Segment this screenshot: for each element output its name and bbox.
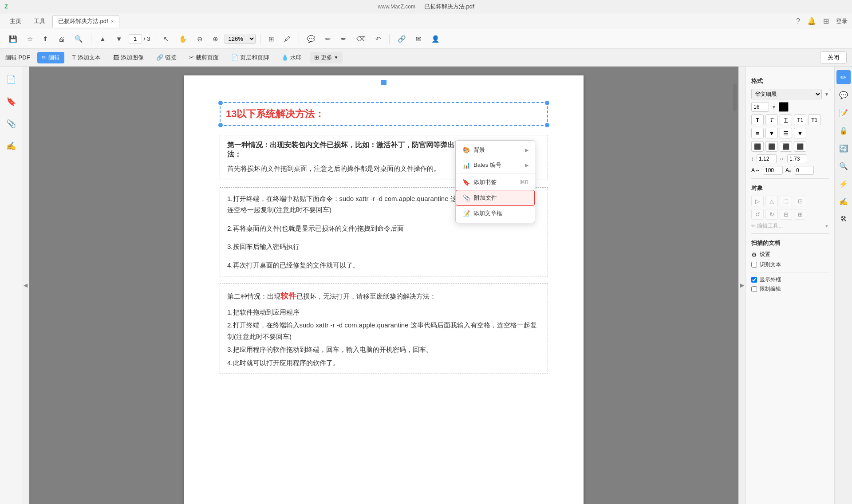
recognize-text-checkbox[interactable]	[751, 262, 757, 268]
save-button[interactable]: 💾	[5, 33, 21, 45]
color-picker[interactable]	[779, 102, 789, 112]
right-icon-comment[interactable]: 💬	[836, 88, 851, 102]
print-button[interactable]: 🖨	[55, 33, 68, 44]
dropdown-bookmark-item[interactable]: 🔖 添加书签 ⌘B	[456, 175, 535, 190]
char-offset-input[interactable]	[794, 166, 814, 175]
handle-tr[interactable]	[545, 101, 549, 105]
edit-toolbar: 编辑 PDF ✏ 编辑 T 添加文本 🖼 添加图像 🔗 链接 ✂ 裁剪页面 📄 …	[0, 49, 852, 67]
right-icon-ocr[interactable]: 🔍	[836, 159, 851, 173]
highlight-button[interactable]: ✒	[337, 33, 350, 45]
obj-redo-btn[interactable]: ↻	[765, 209, 778, 220]
right-icon-fill[interactable]: 📝	[836, 106, 851, 120]
limit-edit-checkbox[interactable]	[751, 286, 757, 292]
more-button[interactable]: ⊞ 更多 ▼	[310, 52, 343, 63]
char-spacing-input[interactable]	[763, 166, 783, 175]
add-text-button[interactable]: T 添加文本	[68, 52, 105, 63]
font-family-select[interactable]: 华文细黑	[751, 89, 822, 99]
sidebar-pages-icon[interactable]: 📄	[4, 72, 19, 87]
collapse-left-button[interactable]: ◀	[22, 67, 29, 504]
crop-page-button[interactable]: ✂ 裁剪页面	[185, 52, 223, 63]
dropdown-chapter-item[interactable]: 📝 添加文章框	[456, 206, 535, 221]
main-toolbar: 💾 ☆ ⬆ 🖨 🔍 ▲ ▼ / 3 ↖ ✋ ⊖ ⊕ 126% 100% 75% …	[0, 29, 852, 49]
handle-bl[interactable]	[218, 123, 223, 127]
tab-home[interactable]: 主页	[4, 16, 27, 27]
tab-close-button[interactable]: ×	[111, 19, 114, 24]
obj-btn5[interactable]: ⊟	[780, 209, 792, 220]
bullet-list-down-button[interactable]: ▼	[765, 128, 778, 138]
section3-step1: 1.把软件拖动到应用程序	[227, 307, 540, 318]
comment-button[interactable]: 💬	[304, 33, 319, 45]
watermark-button[interactable]: 💧 水印	[277, 52, 306, 63]
sidebar-bookmark-icon[interactable]: 🔖	[4, 94, 19, 109]
link-button[interactable]: 🔗 链接	[152, 52, 181, 63]
zoom-in-button[interactable]: ⊕	[209, 33, 222, 45]
dropdown-attach-item[interactable]: 📎 附加文件	[456, 190, 535, 206]
zoom-out-button[interactable]: ⊖	[193, 33, 206, 45]
search-button[interactable]: 🔍	[71, 33, 87, 45]
show-border-checkbox[interactable]	[751, 277, 757, 283]
obj-btn2[interactable]: △	[765, 196, 778, 206]
number-list-down-button[interactable]: ▼	[794, 128, 806, 138]
font-size-input[interactable]	[751, 102, 769, 112]
bell-icon[interactable]: 🔔	[807, 17, 816, 25]
right-icon-convert[interactable]: 🔄	[836, 141, 851, 155]
right-icon-tools[interactable]: 🛠	[836, 212, 851, 226]
page-layer-button[interactable]: 📄 页层和页脚	[227, 52, 273, 63]
eraser-button[interactable]: ⌫	[353, 33, 369, 45]
stamp-button[interactable]: 🖊	[280, 33, 294, 44]
italic-button[interactable]: T	[765, 114, 778, 125]
right-icon-sign[interactable]: ✍	[836, 194, 851, 209]
user-button[interactable]: 👤	[428, 33, 443, 45]
pen-button[interactable]: ✏	[322, 33, 335, 45]
add-image-button[interactable]: 🖼 添加图像	[109, 52, 148, 63]
underline-button[interactable]: T	[780, 114, 792, 125]
align-left-button[interactable]: ⬛	[751, 141, 764, 152]
upload-button[interactable]: ⬆	[39, 33, 52, 45]
line-spacing1-input[interactable]	[757, 154, 777, 163]
page-input[interactable]	[129, 34, 142, 43]
bold-button[interactable]: T	[751, 114, 764, 125]
obj-btn3[interactable]: ⬚	[780, 196, 792, 206]
pdf-viewer[interactable]: 13以下系统解决方法： 第一种情况：出现安装包内文件已损坏，比如：激活补丁，防官…	[29, 67, 738, 504]
align-center-button[interactable]: ⬛	[765, 141, 778, 152]
link-edit-button[interactable]: 🔗	[394, 33, 410, 45]
right-icon-protect[interactable]: 🔒	[836, 123, 851, 138]
main-area: 📄 🔖 📎 ✍ ◀ 13以下系统解决方法： 第一种情况：出现安装包内文	[0, 67, 852, 504]
number-list-button[interactable]: ☰	[780, 128, 792, 138]
page-next-button[interactable]: ▼	[112, 33, 126, 44]
bookmark-button[interactable]: ☆	[24, 33, 36, 45]
right-icon-optimize[interactable]: ⚡	[836, 177, 851, 191]
tab-tools[interactable]: 工具	[28, 16, 51, 27]
grid-icon[interactable]: ⊞	[823, 17, 829, 25]
obj-btn1[interactable]: ▷	[751, 196, 764, 206]
cursor-tool-button[interactable]: ↖	[160, 33, 173, 45]
email-button[interactable]: ✉	[412, 33, 425, 45]
edit-button[interactable]: ✏ 编辑	[37, 52, 64, 63]
subscript-button[interactable]: T1	[808, 114, 820, 125]
dropdown-background-item[interactable]: 🎨 背景 ▶	[456, 142, 535, 158]
help-icon[interactable]: ?	[796, 17, 800, 25]
align-right-button[interactable]: ⬛	[780, 141, 792, 152]
handle-br[interactable]	[545, 123, 549, 127]
zoom-select[interactable]: 126% 100% 75% 150%	[225, 34, 256, 44]
sidebar-attachment-icon[interactable]: 📎	[4, 116, 19, 131]
obj-btn4[interactable]: ⊡	[794, 196, 806, 206]
handle-tl[interactable]	[218, 101, 223, 105]
sidebar-signature-icon[interactable]: ✍	[4, 138, 19, 154]
login-label[interactable]: 登录	[836, 17, 848, 25]
superscript-button[interactable]: T1	[794, 114, 806, 125]
line-spacing2-input[interactable]	[787, 154, 807, 163]
crop-button[interactable]: ⊞	[265, 33, 278, 45]
obj-btn6[interactable]: ⊞	[794, 209, 806, 220]
undo-button[interactable]: ↶	[372, 33, 385, 45]
dropdown-bates-item[interactable]: 📊 Bates 编号 ▶	[456, 158, 535, 173]
collapse-right-button[interactable]: ▶	[738, 67, 746, 504]
bullet-list-button[interactable]: ≡	[751, 128, 764, 138]
close-button[interactable]: 关闭	[820, 51, 847, 64]
hand-tool-button[interactable]: ✋	[175, 33, 191, 45]
page-prev-button[interactable]: ▲	[96, 33, 110, 44]
obj-undo-btn[interactable]: ↺	[751, 209, 764, 220]
right-icon-edit[interactable]: ✏	[836, 70, 851, 84]
tab-active-pdf[interactable]: 已损坏解决方法.pdf ×	[52, 15, 119, 28]
align-justify-button[interactable]: ⬛	[794, 141, 806, 152]
